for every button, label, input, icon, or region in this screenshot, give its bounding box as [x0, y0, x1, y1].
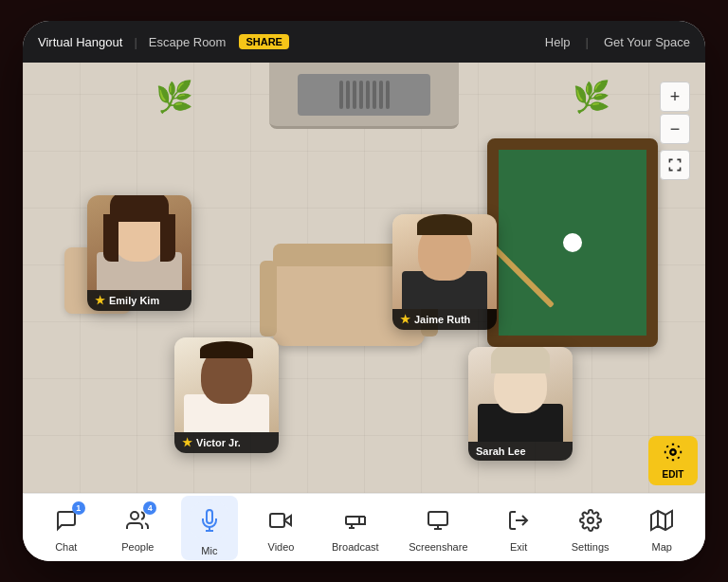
plant-right: 🌿	[573, 82, 610, 112]
share-badge[interactable]: SHARE	[239, 34, 289, 49]
slat	[366, 81, 370, 109]
slat	[339, 81, 343, 109]
svg-rect-6	[346, 517, 359, 524]
svg-rect-5	[270, 514, 284, 527]
settings-icon	[573, 503, 608, 537]
slat	[353, 81, 356, 109]
app-title: Virtual Hangout	[38, 35, 122, 49]
avatar-emily[interactable]: ★ Emily Kim	[87, 195, 191, 311]
people-badge: 4	[143, 501, 156, 515]
chat-label: Chat	[55, 541, 77, 553]
divider-1: |	[134, 35, 136, 49]
victor-photo	[174, 337, 279, 432]
slat	[373, 81, 376, 109]
video-icon	[264, 503, 298, 537]
screenshare-icon	[421, 503, 455, 537]
toolbar-mic[interactable]: Mic	[181, 496, 238, 560]
victor-star: ★	[182, 436, 192, 449]
zoom-out-button[interactable]: −	[660, 114, 690, 144]
room-name: Escape Room	[149, 35, 227, 49]
slat	[359, 81, 363, 109]
emily-star: ★	[95, 294, 105, 307]
svg-point-1	[131, 512, 138, 519]
avatar-victor-img	[174, 337, 279, 432]
plant-left: 🌿	[155, 82, 193, 112]
toolbar-chat[interactable]: 1 Chat	[38, 500, 95, 556]
mic-icon	[189, 500, 230, 541]
svg-point-13	[588, 518, 593, 523]
divider-2: |	[586, 35, 589, 49]
sarah-photo	[468, 347, 573, 442]
zoom-in-button[interactable]: +	[660, 82, 690, 112]
map-label: Map	[651, 541, 671, 553]
emily-name: Emily Kim	[109, 295, 159, 306]
victor-name: Victor Jr.	[196, 437, 241, 448]
expand-button[interactable]	[660, 150, 690, 180]
edit-label: EDIT	[663, 469, 684, 480]
exit-icon	[501, 503, 536, 537]
sarah-name: Sarah Lee	[476, 446, 526, 457]
mic-label: Mic	[201, 545, 217, 556]
map-icon	[645, 503, 679, 537]
avatar-victor[interactable]: ★ Victor Jr.	[174, 337, 279, 453]
game-area: 🌿 🌿	[23, 63, 705, 493]
sofa-arm-left	[260, 261, 277, 336]
exit-label: Exit	[510, 541, 527, 553]
slat	[346, 81, 350, 109]
jaime-name: Jaime Ruth	[414, 314, 470, 325]
avatar-jaime-img	[392, 214, 497, 309]
jaime-star: ★	[400, 313, 410, 326]
slat	[386, 81, 390, 109]
toolbar: 1 Chat 4 People	[23, 493, 705, 561]
sarah-label: Sarah Lee	[468, 442, 573, 461]
svg-rect-9	[428, 512, 447, 525]
edit-button[interactable]: EDIT	[648, 436, 698, 485]
avatar-sarah-img	[468, 347, 573, 442]
toolbar-settings[interactable]: Settings	[562, 500, 619, 556]
victor-label: ★ Victor Jr.	[174, 432, 279, 453]
broadcast-icon	[338, 503, 373, 537]
top-bar-right: Help | Get Your Space	[545, 35, 690, 49]
jaime-label: ★ Jaime Ruth	[392, 309, 497, 330]
device-frame: Virtual Hangout | Escape Room SHARE Help…	[23, 21, 705, 561]
edit-icon	[663, 442, 683, 467]
zoom-controls: + −	[660, 82, 690, 180]
svg-marker-4	[284, 516, 291, 525]
avatar-jaime[interactable]: ★ Jaime Ruth	[392, 214, 497, 330]
help-link[interactable]: Help	[545, 35, 571, 49]
get-space-link[interactable]: Get Your Space	[604, 35, 690, 49]
broadcast-label: Broadcast	[332, 541, 379, 553]
toolbar-exit[interactable]: Exit	[490, 500, 547, 556]
toolbar-broadcast[interactable]: Broadcast	[324, 500, 387, 556]
slat	[379, 81, 383, 109]
people-label: People	[121, 541, 154, 553]
people-icon: 4	[120, 503, 155, 537]
top-bar-left: Virtual Hangout | Escape Room SHARE	[38, 34, 289, 49]
toolbar-map[interactable]: Map	[633, 500, 690, 556]
screenshare-label: Screenshare	[409, 541, 467, 553]
emily-photo	[87, 195, 191, 290]
svg-point-0	[670, 449, 676, 455]
settings-label: Settings	[572, 541, 610, 553]
toolbar-people[interactable]: 4 People	[109, 500, 166, 556]
toolbar-screenshare[interactable]: Screenshare	[401, 500, 475, 556]
top-bar: Virtual Hangout | Escape Room SHARE Help…	[23, 21, 705, 63]
jaime-photo	[392, 214, 497, 309]
svg-marker-14	[651, 511, 672, 530]
ac-slats	[336, 77, 393, 113]
plant-icon: 🌿	[573, 82, 610, 112]
ac-unit	[269, 63, 459, 129]
avatar-sarah[interactable]: Sarah Lee	[468, 347, 573, 461]
emily-label: ★ Emily Kim	[87, 290, 191, 311]
billiard-table	[487, 138, 658, 347]
chat-icon: 1	[49, 503, 83, 537]
chat-badge: 1	[72, 501, 85, 515]
avatar-emily-img	[87, 195, 191, 290]
plant-icon: 🌿	[155, 82, 193, 112]
toolbar-video[interactable]: Video	[252, 500, 309, 556]
ac-unit-inner	[298, 74, 430, 116]
video-label: Video	[268, 541, 295, 553]
